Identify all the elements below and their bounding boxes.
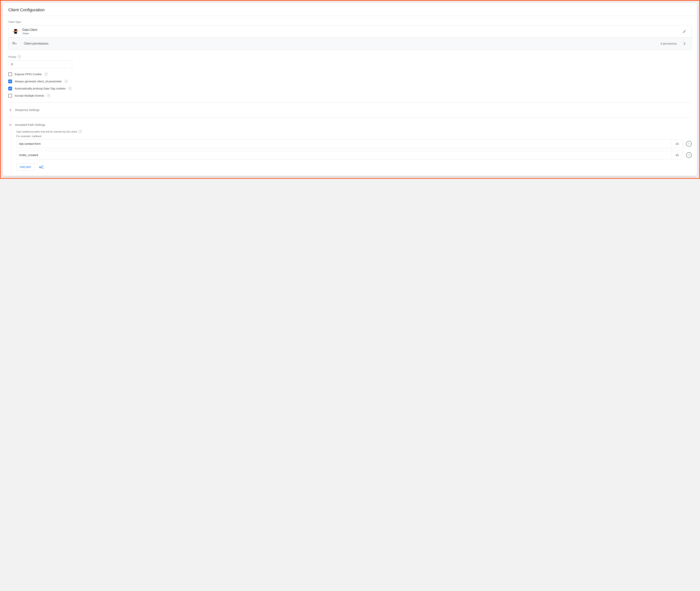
chevron-right-icon (681, 40, 688, 47)
stape-logo-icon (12, 28, 19, 35)
client-box: Data Client Stape Clie (8, 25, 692, 50)
variable-picker-icon[interactable] (672, 140, 683, 148)
priority-input[interactable] (8, 60, 72, 68)
check-label: Accept Multiple Events (15, 94, 44, 97)
path-list (16, 139, 692, 159)
remove-path-button[interactable] (686, 152, 692, 158)
permissions-label: Client permissions (24, 42, 657, 45)
help-icon[interactable]: ? (78, 130, 82, 133)
help-icon[interactable]: ? (64, 80, 68, 83)
accepted-paths-example: For example: /callback (16, 135, 692, 138)
variable-picker-icon[interactable] (672, 151, 683, 159)
path-input-wrap (16, 151, 683, 159)
svg-marker-6 (42, 168, 44, 169)
priority-label: Priority ? (8, 55, 692, 58)
add-path-button[interactable]: Add path (16, 163, 34, 171)
path-row (16, 139, 692, 148)
client-permissions-row[interactable]: Client permissions 6 permissions (8, 38, 692, 50)
card-header: Client Configuration (3, 3, 697, 16)
sort-az-icon[interactable]: A Z (38, 163, 45, 171)
section-response-settings[interactable]: Response Settings (8, 108, 692, 113)
check-accept-multiple: Accept Multiple Events ? (8, 94, 692, 97)
path-input[interactable] (16, 151, 672, 159)
client-vendor: Stape (22, 32, 678, 35)
edit-icon[interactable] (681, 28, 688, 35)
outer-frame: Client Configuration Client Type Data Cl… (0, 0, 700, 179)
checkbox-list: Expose FPID Cookie ? Always generate cli… (8, 72, 692, 97)
help-icon[interactable]: ? (44, 73, 48, 76)
section-title: Accepted Path Settings (15, 123, 45, 127)
path-row (16, 151, 692, 159)
config-card: Client Configuration Client Type Data Cl… (3, 3, 697, 176)
key-icon (12, 40, 19, 47)
path-input[interactable] (16, 140, 672, 148)
check-label: Automatically prolong Data Tag cookies (15, 87, 66, 90)
divider (8, 117, 692, 118)
help-icon[interactable]: ? (68, 87, 72, 90)
svg-marker-5 (42, 165, 44, 166)
checkbox-expose-fpid[interactable] (8, 72, 12, 76)
chevron-down-icon (8, 123, 12, 127)
client-type-row[interactable]: Data Client Stape (8, 25, 692, 38)
check-label: Always generate client_id parameter (15, 80, 62, 83)
client-name: Data Client (22, 28, 678, 32)
accepted-paths-hint: Type additional paths that will be claim… (16, 130, 77, 133)
path-actions: Add path A Z (16, 163, 692, 171)
chevron-right-icon (8, 108, 12, 112)
page-title: Client Configuration (8, 7, 692, 12)
svg-rect-1 (14, 32, 17, 34)
accepted-paths-hint-row: Type additional paths that will be claim… (16, 130, 692, 133)
checkbox-prolong-cookies[interactable] (8, 87, 12, 90)
check-prolong-cookies: Automatically prolong Data Tag cookies ? (8, 87, 692, 90)
priority-section: Priority ? (8, 55, 692, 68)
permissions-count: 6 permissions (661, 42, 677, 45)
remove-path-button[interactable] (686, 141, 692, 147)
check-generate-client-id: Always generate client_id parameter ? (8, 79, 692, 83)
section-accepted-paths[interactable]: Accepted Path Settings (8, 122, 692, 127)
checkbox-accept-multiple[interactable] (8, 94, 12, 97)
help-icon[interactable]: ? (18, 55, 21, 58)
svg-text:Z: Z (41, 165, 42, 169)
checkbox-generate-client-id[interactable] (8, 79, 12, 83)
card-body: Client Type Data Client Stape (3, 16, 697, 176)
section-title: Response Settings (15, 108, 40, 112)
priority-label-text: Priority (8, 56, 16, 58)
client-type-label: Client Type (8, 20, 692, 23)
client-titles: Data Client Stape (22, 28, 678, 35)
help-icon[interactable]: ? (47, 94, 50, 97)
path-input-wrap (16, 139, 683, 148)
check-label: Expose FPID Cookie (15, 73, 42, 76)
check-expose-fpid: Expose FPID Cookie ? (8, 72, 692, 76)
